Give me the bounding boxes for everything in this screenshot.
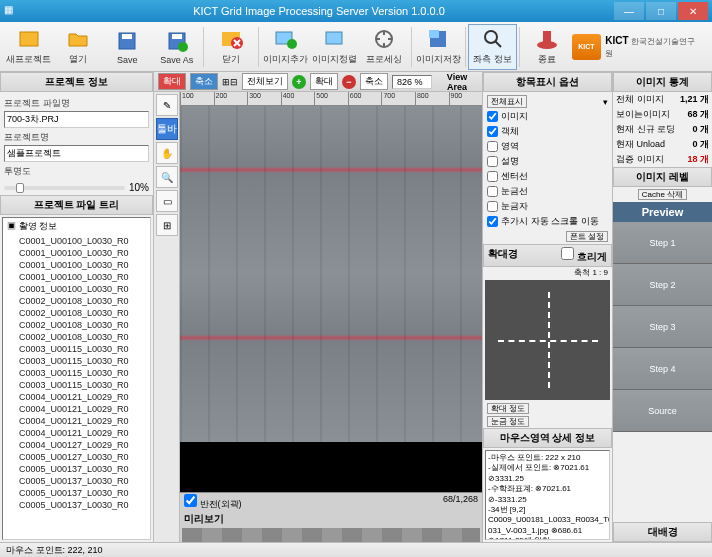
- tree-item[interactable]: C0005_U00127_L0030_R0: [3, 451, 150, 463]
- display-option[interactable]: 추가시 자동 스크롤 이동: [487, 214, 608, 229]
- tree-root-node[interactable]: ▣ 촬영 정보: [3, 218, 150, 235]
- preview-header: Preview: [613, 202, 712, 222]
- svg-rect-4: [172, 34, 182, 39]
- window-controls: — □ ✕: [614, 2, 708, 20]
- zoom-tab-in[interactable]: 확대: [158, 73, 186, 90]
- tree-item[interactable]: C0004_U00121_L0029_R0: [3, 391, 150, 403]
- tree-item[interactable]: C0001_U00100_L0030_R0: [3, 235, 150, 247]
- tree-item[interactable]: C0002_U00108_L0030_R0: [3, 319, 150, 331]
- dropdown-icon[interactable]: ▾: [603, 97, 608, 107]
- tree-item[interactable]: C0001_U00100_L0030_R0: [3, 271, 150, 283]
- project-file-label: 프로젝트 파일명: [4, 97, 149, 110]
- scale-label: 축척 1 : 9: [483, 267, 612, 278]
- svg-point-9: [287, 39, 297, 49]
- tree-item[interactable]: C0004_U00127_L0029_R0: [3, 439, 150, 451]
- ruler-tool[interactable]: ▭: [156, 190, 178, 212]
- zoom-tool[interactable]: 🔍: [156, 166, 178, 188]
- svg-rect-0: [20, 32, 38, 46]
- horizontal-ruler: 100200300400500600700800900: [180, 92, 482, 106]
- tree-item[interactable]: C0004_U00121_L0029_R0: [3, 403, 150, 415]
- preview-step[interactable]: Step 1: [613, 222, 712, 264]
- preview-step[interactable]: Source: [613, 390, 712, 432]
- vertical-toolbar: ✎ 툴바 ✋ 🔍 ▭ ⊞: [154, 92, 180, 542]
- file-tree[interactable]: ▣ 촬영 정보 C0001_U00100_L0030_R0C0001_U0010…: [2, 217, 151, 540]
- preview-step[interactable]: Step 2: [613, 264, 712, 306]
- save-button[interactable]: Save: [103, 24, 152, 70]
- display-option[interactable]: 이미지: [487, 109, 608, 124]
- minimize-button[interactable]: —: [614, 2, 644, 20]
- preview-step[interactable]: Step 3: [613, 306, 712, 348]
- magnifier-header: 확대경: [488, 247, 518, 264]
- add-image-button[interactable]: 이미지추가: [261, 24, 310, 70]
- display-option[interactable]: 영역: [487, 139, 608, 154]
- tree-item[interactable]: C0003_U00115_L0030_R0: [3, 355, 150, 367]
- invert-checkbox[interactable]: 반전(외곽): [184, 494, 242, 511]
- view-area-label: View Area: [436, 72, 478, 92]
- tree-item[interactable]: C0002_U00108_L0030_R0: [3, 295, 150, 307]
- tree-item[interactable]: C0003_U00115_L0030_R0: [3, 379, 150, 391]
- save-as-button[interactable]: Save As: [152, 24, 201, 70]
- tree-item[interactable]: C0002_U00108_L0030_R0: [3, 307, 150, 319]
- zoom-tab-out[interactable]: 축소: [190, 73, 218, 90]
- svg-rect-16: [543, 31, 551, 43]
- hand-tool[interactable]: ✋: [156, 142, 178, 164]
- center-area: 확대 축소 ⊞⊟ 전체보기 + 확대 − 축소 826 % View Area …: [154, 72, 482, 542]
- tree-item[interactable]: C0001_U00100_L0030_R0: [3, 247, 150, 259]
- title-bar: ▦ KICT Grid Image Processing Server Vers…: [0, 0, 712, 22]
- tree-item[interactable]: C0005_U00137_L0030_R0: [3, 487, 150, 499]
- toolbar-tool[interactable]: 툴바: [156, 118, 178, 140]
- maximize-button[interactable]: □: [646, 2, 676, 20]
- full-view-button[interactable]: 전체보기: [242, 73, 288, 90]
- processing-button[interactable]: 프로세싱: [359, 24, 408, 70]
- save-image-button[interactable]: 이미지저장: [414, 24, 463, 70]
- project-name-value: 샘플프로젝트: [4, 145, 149, 162]
- display-option[interactable]: 설명: [487, 154, 608, 169]
- zoom-out-icon[interactable]: −: [342, 75, 356, 89]
- preview-step[interactable]: Step 4: [613, 348, 712, 390]
- new-project-button[interactable]: 새프로젝트: [4, 24, 53, 70]
- tree-item[interactable]: C0004_U00121_L0029_R0: [3, 427, 150, 439]
- blur-checkbox[interactable]: 흐리게: [561, 247, 607, 264]
- font-settings-button[interactable]: 폰트 설정: [566, 231, 608, 242]
- zoom-out-button[interactable]: 축소: [360, 73, 388, 90]
- tree-item[interactable]: C0005_U00137_L0030_R0: [3, 475, 150, 487]
- tree-item[interactable]: C0001_U00100_L0030_R0: [3, 283, 150, 295]
- mouse-detail-text: -마우스 포인트: 222 x 210-실제에서 포인트: ⊗7021.61 ⊘…: [485, 450, 610, 540]
- preview-list: Preview Step 1Step 2Step 3Step 4Source: [613, 202, 712, 522]
- main-toolbar: 새프로젝트 열기 Save Save As 닫기 이미지추가 이미지정렬 프로세…: [0, 22, 712, 72]
- close-project-button[interactable]: 닫기: [206, 24, 255, 70]
- exit-button[interactable]: 종료: [522, 24, 571, 70]
- tree-item[interactable]: C0005_U00137_L0030_R0: [3, 499, 150, 511]
- canvas-empty-region: [180, 442, 482, 492]
- zoom-info-button[interactable]: 좌측 정보: [468, 24, 517, 70]
- zoom-value[interactable]: 826 %: [392, 75, 432, 89]
- display-option[interactable]: 눈금자: [487, 199, 608, 214]
- display-option[interactable]: 센터선: [487, 169, 608, 184]
- canvas[interactable]: 100200300400500600700800900 반전(외곽) 68/1,…: [180, 92, 482, 542]
- opacity-slider[interactable]: [4, 186, 125, 190]
- zoom-in-button[interactable]: 확대: [310, 73, 338, 90]
- display-option[interactable]: 객체: [487, 124, 608, 139]
- close-button[interactable]: ✕: [678, 2, 708, 20]
- tree-item[interactable]: C0003_U00115_L0030_R0: [3, 367, 150, 379]
- tree-item[interactable]: C0002_U00108_L0030_R0: [3, 331, 150, 343]
- thumbnail-strip-image[interactable]: [182, 528, 480, 542]
- all-display-button[interactable]: 전체표시: [487, 95, 527, 108]
- tree-item[interactable]: C0004_U00121_L0029_R0: [3, 415, 150, 427]
- display-option[interactable]: 눈금선: [487, 184, 608, 199]
- canvas-image[interactable]: [180, 106, 482, 442]
- tree-item[interactable]: C0003_U00115_L0030_R0: [3, 343, 150, 355]
- zoom-in-icon[interactable]: +: [292, 75, 306, 89]
- open-button[interactable]: 열기: [53, 24, 102, 70]
- align-image-button[interactable]: 이미지정렬: [310, 24, 359, 70]
- tree-item[interactable]: C0001_U00100_L0030_R0: [3, 259, 150, 271]
- thumbnail-count: 68/1,268: [443, 494, 478, 511]
- magnifier-view[interactable]: [485, 280, 610, 400]
- cache-clear-button[interactable]: Cache 삭제: [638, 189, 687, 200]
- zoom-precision-button[interactable]: 확대 정도: [487, 403, 529, 414]
- measure-tool[interactable]: ⊞: [156, 214, 178, 236]
- tree-item[interactable]: C0005_U00137_L0030_R0: [3, 463, 150, 475]
- stat-row: 현재 신규 로딩0 개: [613, 122, 712, 137]
- brush-tool[interactable]: ✎: [156, 94, 178, 116]
- grid-precision-button[interactable]: 눈금 정도: [487, 416, 529, 427]
